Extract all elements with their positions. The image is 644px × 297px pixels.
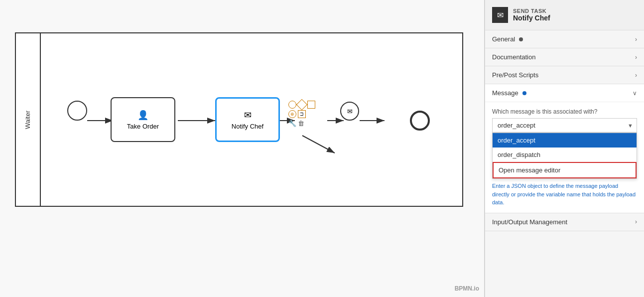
shape-circle2[interactable]: ⊕ <box>288 110 296 118</box>
panel-header-text: SEND TASK Notify Chef <box>513 8 550 22</box>
message-dropdown-wrapper: order_accept order_dispatch Open message… <box>492 118 637 133</box>
io-management-section[interactable]: Input/Output Management › <box>485 213 644 231</box>
pre-post-chevron: › <box>635 72 637 79</box>
panel-header: ✉ SEND TASK Notify Chef <box>485 0 644 30</box>
shape-circle[interactable] <box>288 101 296 109</box>
message-section-label: Message <box>492 89 518 97</box>
right-panel: ✉ SEND TASK Notify Chef General › Docume… <box>485 0 644 297</box>
message-chevron-down: ∨ <box>633 90 637 97</box>
documentation-label: Documentation <box>492 53 535 61</box>
take-order-label: Take Order <box>127 123 159 130</box>
lane-label: Waiter <box>16 33 41 206</box>
end-event[interactable] <box>410 111 430 131</box>
trash-icon[interactable]: 🗑 <box>298 120 304 127</box>
io-management-label: Input/Output Management <box>492 218 567 226</box>
message-section-header[interactable]: Message ∨ <box>485 84 644 102</box>
intermediate-message-event[interactable]: ✉ <box>340 102 359 121</box>
dropdown-option-order-dispatch[interactable]: order_dispatch <box>493 148 637 162</box>
shape-square[interactable] <box>307 101 315 109</box>
message-field-label: Which message is this associated with? <box>492 108 637 115</box>
message-event-icon: ✉ <box>347 108 353 115</box>
general-dot <box>519 37 523 41</box>
canvas-area: Waiter <box>0 0 485 297</box>
documentation-section-left: Documentation <box>492 53 535 61</box>
wrench-icon[interactable]: 🔧 <box>288 120 296 127</box>
svg-line-5 <box>302 136 335 153</box>
take-order-task[interactable]: 👤 Take Order <box>111 97 175 142</box>
shape-diamond[interactable] <box>296 99 308 111</box>
dropdown-popup: order_accept order_dispatch Open message… <box>492 133 637 179</box>
message-dot <box>522 91 526 95</box>
lane-label-text: Waiter <box>24 110 31 129</box>
start-event[interactable] <box>67 101 87 121</box>
general-section-left: General <box>492 35 523 43</box>
user-task-icon: 👤 <box>137 110 148 121</box>
message-dropdown[interactable]: order_accept order_dispatch Open message… <box>492 118 637 133</box>
pre-post-label: Pre/Post Scripts <box>492 71 538 79</box>
pre-post-scripts-section[interactable]: Pre/Post Scripts › <box>485 66 644 84</box>
general-section[interactable]: General › <box>485 30 644 48</box>
diagram-container: Waiter <box>15 32 463 207</box>
message-section: Message ∨ Which message is this associat… <box>485 84 644 213</box>
shape-toolbar: ⊕ ⊐ 🔧 🗑 <box>288 101 315 127</box>
notify-chef-label: Notify Chef <box>232 123 263 130</box>
send-task-icon: ✉ <box>244 110 252 121</box>
shape-bracket[interactable]: ⊐ <box>298 110 306 118</box>
general-label: General <box>492 35 515 43</box>
documentation-section[interactable]: Documentation › <box>485 48 644 66</box>
documentation-chevron: › <box>635 54 637 61</box>
task-type-label: SEND TASK <box>513 8 550 14</box>
notify-chef-task[interactable]: ✉ Notify Chef <box>215 97 280 142</box>
bpmn-canvas[interactable]: Waiter <box>0 0 484 297</box>
message-section-body: Which message is this associated with? o… <box>485 102 644 213</box>
dropdown-option-open-editor[interactable]: Open message editor <box>493 162 637 178</box>
payload-hint: Enter a JSON object to define the messag… <box>492 182 637 207</box>
io-management-chevron: › <box>635 218 637 225</box>
pre-post-section-left: Pre/Post Scripts <box>492 71 538 79</box>
general-chevron: › <box>635 36 637 43</box>
bpmn-watermark: BPMN.io <box>455 285 479 292</box>
send-task-header-icon: ✉ <box>492 7 508 23</box>
task-name-label: Notify Chef <box>513 14 550 22</box>
dropdown-option-order-accept[interactable]: order_accept <box>493 133 637 148</box>
